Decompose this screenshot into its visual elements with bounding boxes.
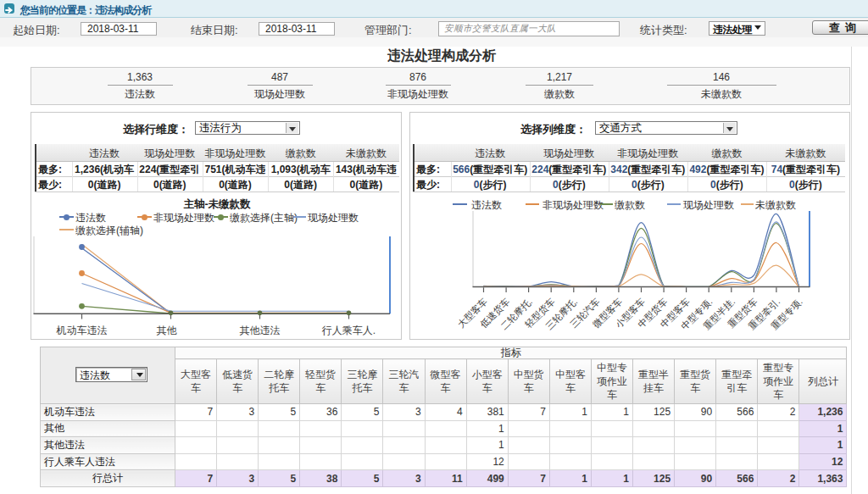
svg-text:机动车违法: 机动车违法: [56, 325, 108, 336]
svg-text:其他违法: 其他违法: [240, 325, 281, 336]
svg-text:行人乘车人.: 行人乘车人.: [322, 325, 376, 336]
svg-text:其他: 其他: [157, 325, 178, 336]
